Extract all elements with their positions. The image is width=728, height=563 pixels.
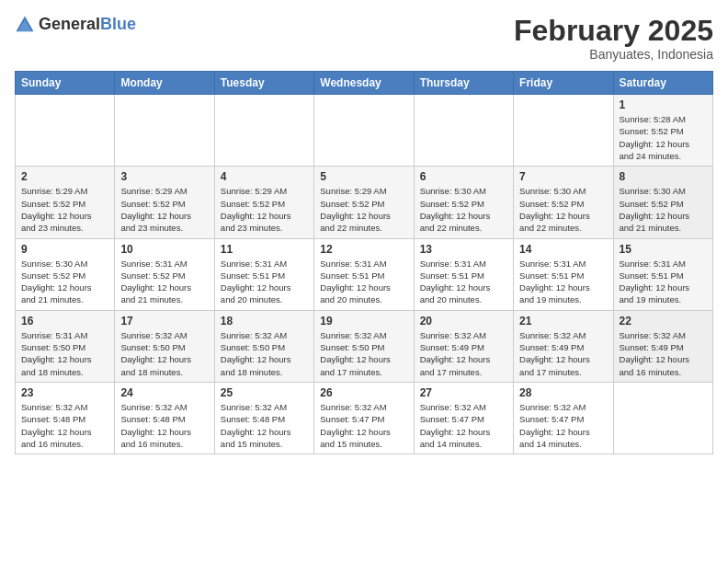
day-info: Sunrise: 5:32 AM Sunset: 5:50 PM Dayligh… [320,329,407,378]
table-row [613,382,712,454]
table-row [314,95,414,167]
location-subtitle: Banyuates, Indonesia [514,47,713,62]
table-row: 17Sunrise: 5:32 AM Sunset: 5:50 PM Dayli… [115,310,214,382]
table-row [16,95,115,167]
day-info: Sunrise: 5:31 AM Sunset: 5:52 PM Dayligh… [120,258,208,306]
table-row: 2Sunrise: 5:29 AM Sunset: 5:52 PM Daylig… [16,167,115,238]
day-info: Sunrise: 5:32 AM Sunset: 5:47 PM Dayligh… [320,401,407,450]
day-number: 19 [320,315,407,327]
day-info: Sunrise: 5:29 AM Sunset: 5:52 PM Dayligh… [120,185,208,234]
day-number: 25 [221,386,308,399]
day-info: Sunrise: 5:28 AM Sunset: 5:52 PM Dayligh… [620,113,707,162]
table-row: 7Sunrise: 5:30 AM Sunset: 5:52 PM Daylig… [514,167,613,238]
day-info: Sunrise: 5:30 AM Sunset: 5:52 PM Dayligh… [420,185,507,234]
logo: GeneralBlue [15,15,136,35]
day-number: 20 [420,315,507,327]
day-info: Sunrise: 5:31 AM Sunset: 5:51 PM Dayligh… [519,258,607,306]
table-row [115,95,214,167]
table-row: 27Sunrise: 5:32 AM Sunset: 5:47 PM Dayli… [414,382,513,454]
table-row: 15Sunrise: 5:31 AM Sunset: 5:51 PM Dayli… [613,238,712,310]
day-number: 3 [120,170,208,183]
table-row: 18Sunrise: 5:32 AM Sunset: 5:50 PM Dayli… [214,310,313,382]
table-row: 22Sunrise: 5:32 AM Sunset: 5:49 PM Dayli… [613,310,712,382]
day-info: Sunrise: 5:29 AM Sunset: 5:52 PM Dayligh… [21,185,108,234]
day-info: Sunrise: 5:30 AM Sunset: 5:52 PM Dayligh… [620,185,707,234]
table-row [414,95,513,167]
day-number: 26 [320,386,407,399]
logo-general: General [39,15,100,33]
header-monday: Monday [115,72,214,95]
logo-blue: Blue [100,15,136,33]
day-number: 17 [120,315,208,327]
day-info: Sunrise: 5:32 AM Sunset: 5:48 PM Dayligh… [221,401,308,450]
day-info: Sunrise: 5:32 AM Sunset: 5:49 PM Dayligh… [620,329,707,378]
table-row: 20Sunrise: 5:32 AM Sunset: 5:49 PM Dayli… [414,310,513,382]
calendar-header-row: Sunday Monday Tuesday Wednesday Thursday… [16,72,713,95]
table-row: 9Sunrise: 5:30 AM Sunset: 5:52 PM Daylig… [16,238,115,310]
day-info: Sunrise: 5:32 AM Sunset: 5:49 PM Dayligh… [420,329,507,378]
day-info: Sunrise: 5:32 AM Sunset: 5:50 PM Dayligh… [120,329,208,378]
table-row: 19Sunrise: 5:32 AM Sunset: 5:50 PM Dayli… [314,310,414,382]
page-header: GeneralBlue February 2025 Banyuates, Ind… [15,15,713,62]
day-number: 14 [519,243,607,256]
table-row: 24Sunrise: 5:32 AM Sunset: 5:48 PM Dayli… [115,382,214,454]
table-row: 25Sunrise: 5:32 AM Sunset: 5:48 PM Dayli… [214,382,313,454]
day-info: Sunrise: 5:31 AM Sunset: 5:51 PM Dayligh… [320,258,407,306]
day-number: 23 [21,386,108,399]
day-number: 27 [420,386,507,399]
day-number: 1 [620,98,707,111]
calendar-week-row: 23Sunrise: 5:32 AM Sunset: 5:48 PM Dayli… [16,382,713,454]
day-info: Sunrise: 5:32 AM Sunset: 5:47 PM Dayligh… [420,401,507,450]
month-title: February 2025 [514,15,713,47]
day-number: 21 [519,315,607,327]
table-row: 28Sunrise: 5:32 AM Sunset: 5:47 PM Dayli… [514,382,613,454]
day-number: 9 [21,243,108,256]
table-row: 12Sunrise: 5:31 AM Sunset: 5:51 PM Dayli… [314,238,414,310]
table-row: 4Sunrise: 5:29 AM Sunset: 5:52 PM Daylig… [214,167,313,238]
day-info: Sunrise: 5:30 AM Sunset: 5:52 PM Dayligh… [21,258,108,306]
table-row: 8Sunrise: 5:30 AM Sunset: 5:52 PM Daylig… [613,167,712,238]
table-row [514,95,613,167]
calendar-week-row: 16Sunrise: 5:31 AM Sunset: 5:50 PM Dayli… [16,310,713,382]
day-number: 2 [21,170,108,183]
day-info: Sunrise: 5:29 AM Sunset: 5:52 PM Dayligh… [320,185,407,234]
day-number: 18 [221,315,308,327]
day-number: 11 [221,243,308,256]
day-info: Sunrise: 5:31 AM Sunset: 5:51 PM Dayligh… [221,258,308,306]
day-number: 4 [221,170,308,183]
day-number: 6 [420,170,507,183]
day-number: 16 [21,315,108,327]
table-row: 3Sunrise: 5:29 AM Sunset: 5:52 PM Daylig… [115,167,214,238]
table-row: 26Sunrise: 5:32 AM Sunset: 5:47 PM Dayli… [314,382,414,454]
day-number: 13 [420,243,507,256]
title-area: February 2025 Banyuates, Indonesia [514,15,713,62]
day-number: 22 [620,315,707,327]
day-info: Sunrise: 5:32 AM Sunset: 5:48 PM Dayligh… [120,401,208,450]
calendar-week-row: 1Sunrise: 5:28 AM Sunset: 5:52 PM Daylig… [16,95,713,167]
table-row: 11Sunrise: 5:31 AM Sunset: 5:51 PM Dayli… [214,238,313,310]
day-info: Sunrise: 5:29 AM Sunset: 5:52 PM Dayligh… [221,185,308,234]
day-info: Sunrise: 5:32 AM Sunset: 5:47 PM Dayligh… [519,401,607,450]
table-row [214,95,313,167]
header-friday: Friday [514,72,613,95]
day-info: Sunrise: 5:30 AM Sunset: 5:52 PM Dayligh… [519,185,607,234]
table-row: 23Sunrise: 5:32 AM Sunset: 5:48 PM Dayli… [16,382,115,454]
day-number: 10 [120,243,208,256]
header-thursday: Thursday [414,72,513,95]
header-wednesday: Wednesday [314,72,414,95]
logo-icon [15,15,35,35]
table-row: 13Sunrise: 5:31 AM Sunset: 5:51 PM Dayli… [414,238,513,310]
day-info: Sunrise: 5:32 AM Sunset: 5:48 PM Dayligh… [21,401,108,450]
day-info: Sunrise: 5:31 AM Sunset: 5:51 PM Dayligh… [620,258,707,306]
day-number: 12 [320,243,407,256]
calendar-week-row: 9Sunrise: 5:30 AM Sunset: 5:52 PM Daylig… [16,238,713,310]
header-saturday: Saturday [613,72,712,95]
table-row: 16Sunrise: 5:31 AM Sunset: 5:50 PM Dayli… [16,310,115,382]
calendar-table: Sunday Monday Tuesday Wednesday Thursday… [15,71,713,454]
day-info: Sunrise: 5:31 AM Sunset: 5:50 PM Dayligh… [21,329,108,378]
table-row: 1Sunrise: 5:28 AM Sunset: 5:52 PM Daylig… [613,95,712,167]
header-sunday: Sunday [16,72,115,95]
day-number: 24 [120,386,208,399]
logo-text: GeneralBlue [39,16,136,34]
day-info: Sunrise: 5:32 AM Sunset: 5:50 PM Dayligh… [221,329,308,378]
